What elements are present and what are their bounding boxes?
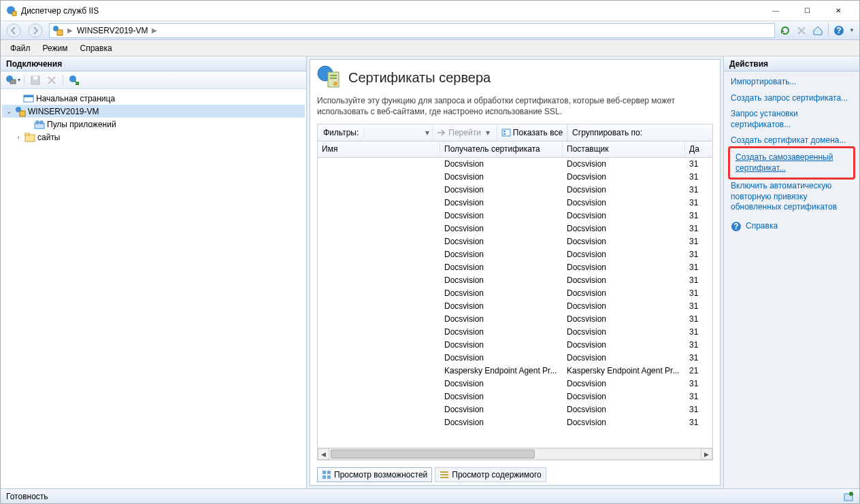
view-content-tab[interactable]: Просмотр содержимого [435, 467, 546, 482]
table-row[interactable]: DocsvisionDocsvision31 [318, 222, 712, 235]
menu-file[interactable]: Файл [5, 41, 36, 55]
cell [318, 403, 440, 416]
cell: Docsvision [440, 171, 563, 184]
refresh-connections-icon[interactable] [67, 73, 82, 88]
table-row[interactable]: DocsvisionDocsvision31 [318, 416, 712, 429]
cell [318, 209, 440, 222]
cell: Docsvision [440, 197, 563, 209]
certificates-grid[interactable]: Имя Получатель сертификата Поставщик Да … [317, 141, 713, 460]
svg-rect-32 [327, 471, 331, 474]
action-help[interactable]: ? Справка [725, 218, 858, 235]
table-row[interactable]: DocsvisionDocsvision31 [318, 377, 712, 390]
horizontal-scrollbar[interactable]: ◀ ▶ [318, 448, 712, 460]
table-row[interactable]: DocsvisionDocsvision31 [318, 339, 712, 352]
svg-rect-16 [20, 111, 25, 116]
table-row[interactable]: DocsvisionDocsvision31 [318, 390, 712, 403]
tree-sites-node[interactable]: › сайты [2, 131, 305, 144]
cell: Docsvision [440, 326, 563, 339]
table-row[interactable]: DocsvisionDocsvision31 [318, 158, 712, 171]
cell [318, 171, 440, 184]
action-create-self-signed[interactable]: Создать самозаверенный сертификат... [730, 150, 853, 176]
table-row[interactable]: Kaspersky Endpoint Agent Pr...Kaspersky … [318, 365, 712, 377]
table-row[interactable]: DocsvisionDocsvision31 [318, 261, 712, 274]
expand-icon[interactable]: › [14, 133, 22, 141]
action-import[interactable]: Импортировать... [725, 74, 858, 90]
tree-start-page[interactable]: Начальная страница [2, 92, 305, 105]
action-create-request[interactable]: Создать запрос сертификата... [725, 90, 858, 107]
scroll-left-icon[interactable]: ◀ [318, 448, 329, 460]
table-row[interactable]: DocsvisionDocsvision31 [318, 171, 712, 184]
tree-apppools-label: Пулы приложений [47, 120, 116, 129]
home-page-icon [23, 93, 34, 104]
table-row[interactable]: DocsvisionDocsvision31 [318, 313, 712, 326]
col-issuedto[interactable]: Получатель сертификата [440, 141, 563, 157]
cell: Docsvision [563, 222, 685, 235]
cell: Docsvision [440, 261, 563, 274]
cell: 31 [685, 274, 712, 287]
filter-input[interactable]: ▾ [365, 124, 433, 141]
menu-mode[interactable]: Режим [37, 41, 73, 55]
cell [318, 313, 440, 326]
refresh-button[interactable] [778, 23, 793, 38]
table-row[interactable]: DocsvisionDocsvision31 [318, 403, 712, 416]
tree-apppools-node[interactable]: Пулы приложений [2, 118, 305, 131]
scroll-thumb[interactable] [331, 450, 535, 458]
action-install-request[interactable]: Запрос установки сертификатов... [725, 106, 858, 133]
table-row[interactable]: DocsvisionDocsvision31 [318, 184, 712, 197]
close-button[interactable]: ✕ [823, 1, 854, 20]
delete-icon[interactable] [44, 73, 59, 88]
table-row[interactable]: DocsvisionDocsvision31 [318, 248, 712, 261]
connections-tree[interactable]: Начальная страница ⌄ WINSERV2019-VM Пулы… [1, 89, 306, 488]
server-certificates-icon [317, 65, 342, 90]
connect-icon[interactable] [3, 73, 18, 88]
maximize-button[interactable]: ☐ [791, 1, 823, 20]
table-row[interactable]: DocsvisionDocsvision31 [318, 235, 712, 248]
view-features-tab[interactable]: Просмотр возможностей [317, 467, 432, 482]
menu-help[interactable]: Справка [75, 41, 118, 55]
cell [318, 326, 440, 339]
table-row[interactable]: DocsvisionDocsvision31 [318, 300, 712, 313]
nav-forward-button[interactable] [24, 22, 46, 39]
filter-showall-button[interactable]: Показать все [497, 124, 567, 141]
filter-dropdown-icon[interactable]: ▾ [423, 128, 432, 137]
col-date[interactable]: Да [685, 141, 726, 157]
help-dropdown-button[interactable]: ? [831, 23, 846, 38]
cell: Docsvision [440, 235, 563, 248]
cell [318, 197, 440, 209]
table-row[interactable]: DocsvisionDocsvision31 [318, 209, 712, 222]
server-node-icon [15, 106, 26, 117]
table-row[interactable]: DocsvisionDocsvision31 [318, 287, 712, 300]
cell: Docsvision [563, 339, 685, 352]
collapse-icon[interactable]: ⌄ [5, 107, 13, 115]
col-name[interactable]: Имя [318, 141, 440, 157]
svg-rect-30 [503, 133, 506, 135]
action-enable-rebind[interactable]: Включить автоматическую повторную привяз… [725, 178, 858, 216]
filter-groupby[interactable]: Сгруппировать по: [568, 124, 646, 141]
svg-point-18 [35, 120, 39, 124]
filter-go-button[interactable]: Перейти▾ [433, 124, 497, 141]
nav-back-button[interactable] [3, 22, 24, 39]
cell: 31 [685, 403, 712, 416]
save-icon[interactable] [28, 73, 43, 88]
navigation-bar: ▶ WINSERV2019-VM ▶ ? ▼ [1, 21, 859, 40]
connections-panel: Подключения ▾ Начальная страница ⌄ WINSE… [1, 56, 307, 488]
status-config-icon[interactable] [843, 491, 854, 502]
col-issuer[interactable]: Поставщик [563, 141, 685, 157]
scroll-right-icon[interactable]: ▶ [701, 448, 712, 460]
filter-bar: Фильтры: ▾ Перейти▾ Показать все Сгруппи… [317, 124, 713, 141]
help-dropdown-arrow[interactable]: ▼ [848, 23, 856, 38]
breadcrumb-server[interactable]: WINSERV2019-VM [77, 26, 148, 35]
table-row[interactable]: DocsvisionDocsvision31 [318, 197, 712, 209]
address-bar[interactable]: ▶ WINSERV2019-VM ▶ [49, 23, 775, 38]
home-button[interactable] [810, 23, 825, 38]
cell: Docsvision [563, 326, 685, 339]
content-panel: Сертификаты сервера Используйте эту функ… [307, 56, 723, 488]
tree-server-node[interactable]: ⌄ WINSERV2019-VM [2, 105, 305, 118]
minimize-button[interactable]: — [760, 1, 791, 20]
cell: Docsvision [563, 377, 685, 390]
table-row[interactable]: DocsvisionDocsvision31 [318, 326, 712, 339]
table-row[interactable]: DocsvisionDocsvision31 [318, 352, 712, 365]
table-row[interactable]: DocsvisionDocsvision31 [318, 274, 712, 287]
svg-rect-9 [10, 80, 16, 84]
stop-button[interactable] [794, 23, 809, 38]
